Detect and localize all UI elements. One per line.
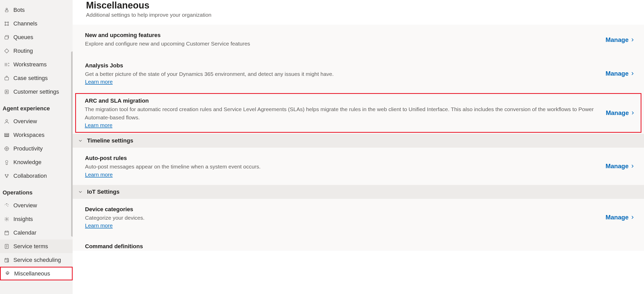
manage-link-device-categories[interactable]: Manage [606,214,635,221]
knowledge-icon [4,159,10,165]
sidebar-item-collaboration[interactable]: Collaboration [0,169,73,183]
card-title: Analysis Jobs [85,62,334,69]
sidebar-item-workspaces[interactable]: Workspaces [0,128,73,142]
svg-point-20 [6,218,7,220]
svg-point-24 [7,260,8,262]
section-header-timeline[interactable]: Timeline settings [73,134,644,148]
sidebar-item-service-terms[interactable]: Service terms [0,239,73,253]
svg-rect-12 [5,135,9,136]
sidebar-item-case-settings[interactable]: Case settings [0,71,73,85]
overview-icon [4,202,10,209]
person-icon [4,118,10,124]
learn-more-link[interactable]: Learn more [85,122,112,128]
card-desc: Explore and configure new and upcoming C… [85,40,250,48]
svg-rect-21 [5,231,9,235]
svg-rect-13 [5,136,9,137]
insights-icon [4,216,10,222]
manage-link-arc-sla[interactable]: Manage [606,109,635,117]
card-arc-sla-migration: ARC and SLA migration The migration tool… [75,93,641,133]
sidebar-item-insights[interactable]: Insights [0,212,73,226]
page-subtitle: Additional settings to help improve your… [86,12,631,18]
manage-label: Manage [606,214,629,221]
sidebar-item-calendar[interactable]: Calendar [0,226,73,239]
svg-point-0 [6,8,7,10]
sidebar-item-knowledge[interactable]: Knowledge [0,155,73,169]
card-title: New and upcoming features [85,32,250,39]
sidebar-item-workstreams[interactable]: Workstreams [0,58,73,71]
learn-more-link[interactable]: Learn more [85,222,113,229]
svg-point-14 [5,147,9,150]
manage-link-analysis-jobs[interactable]: Manage [606,70,635,77]
productivity-icon [4,146,10,152]
card-title: Auto-post rules [85,155,261,162]
sidebar-item-label: Miscellaneous [14,270,50,277]
card-title: ARC and SLA migration [85,97,600,104]
sidebar-item-label: Collaboration [13,173,47,179]
card-desc: Categorize your devices. [85,214,145,222]
sidebar-item-label: Workspaces [13,132,45,138]
queue-icon [4,34,10,40]
sidebar-item-routing[interactable]: Routing [0,44,73,58]
manage-label: Manage [606,36,629,43]
card-device-categories: Device categories Categorize your device… [73,199,644,236]
customer-icon [4,89,10,95]
section-header-iot[interactable]: IoT Settings [73,185,644,199]
svg-point-4 [5,24,6,25]
svg-point-9 [6,91,7,92]
sidebar-item-miscellaneous[interactable]: Miscellaneous [0,267,73,280]
svg-point-5 [8,24,9,25]
routing-icon [4,48,10,54]
sidebar-item-label: Overview [13,202,37,209]
channels-icon [4,21,10,27]
chevron-down-icon [78,138,83,143]
card-desc: Auto-post messages appear on the timelin… [85,163,261,171]
learn-more-link[interactable]: Learn more [85,79,113,85]
sidebar-item-queues[interactable]: Queues [0,30,73,44]
manage-label: Manage [606,70,629,77]
svg-point-2 [5,22,6,23]
svg-point-3 [8,22,9,23]
card-new-features: New and upcoming features Explore and co… [73,25,644,55]
case-icon [4,75,10,81]
svg-rect-6 [5,36,8,39]
manage-link-auto-post[interactable]: Manage [606,163,635,170]
sidebar-item-customer-settings[interactable]: Customer settings [0,85,73,99]
sidebar-item-label: Knowledge [13,159,41,166]
sidebar-item-label: Workstreams [13,61,47,68]
chevron-right-icon [630,111,635,115]
sidebar-item-productivity[interactable]: Productivity [0,142,73,155]
chevron-right-icon [630,164,635,168]
sidebar-item-ops-overview[interactable]: Overview [0,199,73,212]
sidebar-item-label: Customer settings [13,88,59,95]
page-title: Miscellaneous [86,0,631,11]
sidebar-item-label: Case settings [13,75,48,82]
card-auto-post-rules: Auto-post rules Auto-post messages appea… [73,148,644,185]
svg-rect-7 [5,77,9,80]
svg-point-17 [5,174,6,175]
card-command-definitions: Command definitions [73,236,644,251]
svg-rect-11 [5,133,9,134]
workspaces-icon [4,132,10,138]
section-title: IoT Settings [87,189,120,195]
manage-link-new-features[interactable]: Manage [606,36,635,43]
section-title: Timeline settings [87,137,133,144]
card-title: Command definitions [85,243,143,250]
collaboration-icon [4,173,10,179]
service-terms-icon [4,243,10,250]
chevron-right-icon [630,38,635,42]
sidebar-item-channels[interactable]: Channels [0,17,73,30]
service-scheduling-icon [4,257,10,263]
sidebar-item-label: Calendar [13,229,36,236]
sidebar-item-service-scheduling[interactable]: Service scheduling [0,253,73,267]
card-desc: Get a better picture of the state of you… [85,70,334,78]
learn-more-link[interactable]: Learn more [85,172,113,178]
sidebar: Bots Channels Queues Routing [0,0,73,294]
svg-point-18 [7,174,9,175]
svg-point-16 [5,160,8,163]
sidebar-item-label: Service scheduling [13,257,61,263]
sidebar-item-ax-overview[interactable]: Overview [0,114,73,128]
chevron-right-icon [630,71,635,76]
sidebar-item-bots[interactable]: Bots [0,3,73,17]
svg-point-15 [6,148,7,149]
sidebar-heading-operations: Operations [0,183,73,199]
